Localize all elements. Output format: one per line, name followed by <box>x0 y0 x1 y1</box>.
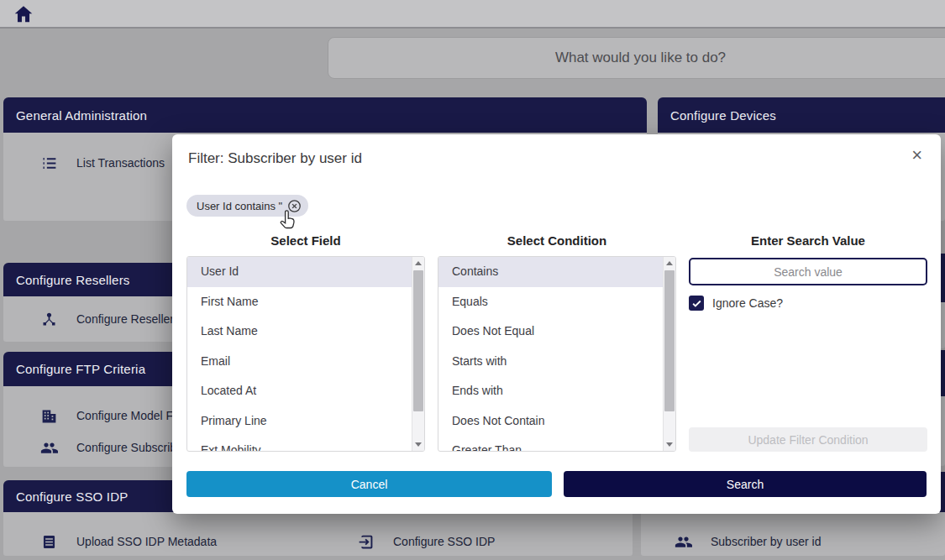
menu-item-upload-sso-idp-metadata[interactable]: Upload SSO IDP Metadata <box>40 531 217 552</box>
scroll-down-icon[interactable] <box>412 438 424 451</box>
condition-option-list: Contains Equals Does Not Equal Starts wi… <box>438 257 663 452</box>
condition-listbox: Contains Equals Does Not Equal Starts wi… <box>438 256 676 452</box>
filter-chip-label: User Id contains " <box>197 200 282 212</box>
menu-item-configure-sso-idp[interactable]: Configure SSO IDP <box>357 531 495 552</box>
condition-option[interactable]: Does Not Contain <box>438 406 663 437</box>
search-button[interactable]: Search <box>564 471 927 497</box>
filter-chip[interactable]: User Id contains " <box>186 195 308 217</box>
menu-item-label: List Transactions <box>76 156 165 170</box>
field-option[interactable]: Last Name <box>187 317 412 347</box>
scrollbar-thumb[interactable] <box>664 270 675 411</box>
screen: What would you like to do? General Admin… <box>0 0 945 560</box>
condition-option[interactable]: Does Not Equal <box>438 317 663 347</box>
panel-body-configure-sso-idp: Upload SSO IDP Metadata Configure SSO ID… <box>3 512 633 556</box>
ignore-case-label: Ignore Case? <box>712 296 783 310</box>
menu-item-label: Subscriber by user id <box>711 535 822 548</box>
select-field-header: Select Field <box>186 233 425 248</box>
scrollbar[interactable] <box>412 257 424 451</box>
circle-x-icon[interactable] <box>287 199 302 213</box>
field-option-list: User Id First Name Last Name Email Locat… <box>187 257 412 452</box>
condition-option[interactable]: Equals <box>438 287 663 317</box>
top-bar <box>0 0 945 29</box>
check-icon <box>691 298 702 309</box>
enter-search-value-header: Enter Search Value <box>689 233 927 248</box>
scroll-up-icon[interactable] <box>412 257 424 270</box>
global-search-input[interactable]: What would you like to do? <box>328 37 945 79</box>
scroll-up-icon[interactable] <box>664 257 675 270</box>
panel-title: Configure Devices <box>670 108 776 123</box>
condition-option[interactable]: Greater Than <box>438 436 663 452</box>
panel-title: Configure SSO IDP <box>16 489 128 504</box>
field-option[interactable]: First Name <box>187 287 412 317</box>
panel-title: Configure FTP Criteria <box>16 362 145 376</box>
scrollbar-thumb[interactable] <box>413 270 423 411</box>
menu-item-configure-subscriber[interactable]: Configure Subscriber <box>40 437 187 458</box>
ignore-case-checkbox[interactable] <box>689 296 704 311</box>
field-option[interactable]: Ext Mobility <box>187 436 412 452</box>
menu-item-configure-model-filter[interactable]: Configure Model Filte <box>40 406 188 426</box>
search-value-input[interactable] <box>689 258 927 285</box>
hub-icon <box>40 311 58 328</box>
field-option[interactable]: Email <box>187 347 412 377</box>
filter-dialog: Filter: Subscriber by user id × User Id … <box>172 134 941 514</box>
field-listbox: User Id First Name Last Name Email Locat… <box>186 256 425 452</box>
panel-header-configure-devices: Configure Devices <box>658 97 945 133</box>
menu-item-configure-resellers[interactable]: Configure Resellers <box>40 309 180 329</box>
update-filter-condition-button[interactable]: Update Filter Condition <box>689 427 927 452</box>
field-option[interactable]: User Id <box>187 257 412 287</box>
condition-option[interactable]: Contains <box>438 257 663 287</box>
menu-item-label: Configure Resellers <box>76 312 180 326</box>
panel-body-subscriber: Subscriber by user id <box>641 512 945 556</box>
menu-item-label: Configure SSO IDP <box>393 535 495 548</box>
menu-item-list-transactions[interactable]: List Transactions <box>40 153 165 173</box>
home-button[interactable] <box>12 3 35 25</box>
menu-item-subscriber-by-user-id[interactable]: Subscriber by user id <box>675 531 822 552</box>
panel-title: Configure Resellers <box>16 273 130 287</box>
panel-title: General Administration <box>16 108 147 123</box>
condition-option[interactable]: Starts with <box>438 347 663 377</box>
menu-item-label: Configure Subscriber <box>76 441 187 454</box>
dialog-title: Filter: Subscriber by user id <box>188 150 362 167</box>
scroll-down-icon[interactable] <box>664 438 675 451</box>
people-icon <box>40 439 58 457</box>
cancel-button[interactable]: Cancel <box>186 471 552 497</box>
select-condition-header: Select Condition <box>438 233 676 248</box>
people-icon <box>675 533 692 551</box>
condition-option[interactable]: Ends with <box>438 376 663 406</box>
menu-item-label: Upload SSO IDP Metadata <box>76 535 217 548</box>
building-icon <box>40 407 58 425</box>
close-icon[interactable]: × <box>911 146 922 165</box>
home-icon <box>12 3 35 25</box>
scrollbar[interactable] <box>663 257 675 451</box>
metadata-icon <box>40 533 58 551</box>
list-icon <box>40 154 58 172</box>
ignore-case-row: Ignore Case? <box>689 296 783 311</box>
exit-to-app-icon <box>357 533 375 551</box>
panel-header-general-administration: General Administration <box>3 97 647 133</box>
field-option[interactable]: Primary Line <box>187 406 412 437</box>
field-option[interactable]: Located At <box>187 376 412 406</box>
